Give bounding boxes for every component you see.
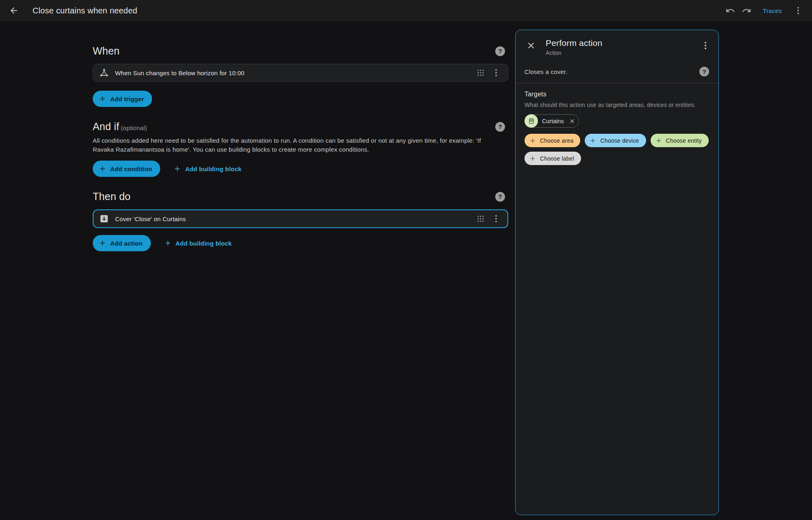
panel-header: Perform action Action bbox=[516, 30, 718, 56]
and-if-heading: And if(optional) bbox=[93, 121, 147, 133]
and-if-section: And if(optional) ? All conditions added … bbox=[93, 121, 508, 177]
plus-icon bbox=[529, 155, 536, 162]
choose-label-label: Choose label bbox=[540, 155, 574, 162]
help-icon[interactable]: ? bbox=[495, 46, 505, 56]
action-row[interactable]: Cover 'Close' on Curtains bbox=[93, 209, 508, 228]
help-icon[interactable]: ? bbox=[699, 67, 709, 76]
plus-icon bbox=[98, 165, 107, 173]
help-icon[interactable]: ? bbox=[495, 192, 505, 202]
arrow-left-icon bbox=[9, 6, 19, 15]
automation-config: When ? When Sun changes to Below horizon… bbox=[93, 21, 508, 251]
plus-icon bbox=[173, 165, 181, 173]
close-panel-button[interactable] bbox=[523, 37, 539, 54]
conditions-description: All conditions added here need to be sat… bbox=[93, 136, 483, 154]
when-heading: When bbox=[93, 45, 120, 57]
panel-subtitle: Action bbox=[546, 50, 697, 56]
condition-buttons: Add condition Add building block bbox=[93, 161, 508, 177]
targets-heading: Targets bbox=[525, 91, 710, 98]
redo-button[interactable] bbox=[738, 2, 755, 19]
traces-button[interactable]: Traces bbox=[757, 4, 788, 17]
add-action-building-block-button[interactable]: Add building block bbox=[158, 235, 238, 251]
add-action-button[interactable]: Add action bbox=[93, 235, 151, 251]
panel-titles: Perform action Action bbox=[546, 37, 697, 56]
targets-section: Targets What should this action use as t… bbox=[516, 83, 718, 165]
add-condition-building-block-button[interactable]: Add building block bbox=[168, 161, 247, 177]
and-if-title: And if bbox=[93, 121, 119, 132]
add-building-block-label: Add building block bbox=[185, 165, 242, 172]
automation-editor: Close curtains when needed Traces When ? bbox=[0, 0, 812, 520]
add-condition-label: Add condition bbox=[110, 165, 152, 172]
plus-icon bbox=[529, 137, 536, 144]
target-chips: Curtains bbox=[525, 114, 710, 128]
choose-entity-label: Choose entity bbox=[666, 137, 702, 144]
kebab-icon bbox=[491, 214, 501, 224]
close-icon bbox=[569, 118, 575, 124]
optional-label: (optional) bbox=[121, 124, 147, 131]
perform-action-panel: Perform action Action Closes a cover. ? … bbox=[515, 30, 719, 515]
panel-title: Perform action bbox=[546, 38, 697, 48]
plus-icon bbox=[98, 95, 107, 103]
and-if-header: And if(optional) ? bbox=[93, 121, 508, 133]
trigger-row[interactable]: When Sun changes to Below horizon for 10… bbox=[93, 64, 508, 82]
drag-handle[interactable] bbox=[473, 211, 488, 226]
back-button[interactable] bbox=[6, 2, 22, 19]
cover-close-icon bbox=[99, 214, 109, 224]
choose-label-button[interactable]: Choose label bbox=[525, 152, 581, 165]
trigger-label: When Sun changes to Below horizon for 10… bbox=[115, 70, 473, 76]
choose-device-button[interactable]: Choose device bbox=[585, 134, 646, 147]
then-do-header: Then do ? bbox=[93, 191, 508, 202]
add-condition-button[interactable]: Add condition bbox=[93, 161, 160, 177]
then-do-section: Then do ? Cover 'Close' on Curtains bbox=[93, 191, 508, 251]
trigger-menu-button[interactable] bbox=[488, 65, 504, 81]
choose-entity-button[interactable]: Choose entity bbox=[651, 134, 709, 147]
undo-icon bbox=[725, 6, 735, 15]
kebab-icon bbox=[793, 6, 803, 15]
action-menu-button[interactable] bbox=[488, 211, 504, 226]
remove-target-button[interactable] bbox=[568, 117, 577, 126]
kebab-icon bbox=[701, 41, 710, 50]
topbar: Close curtains when needed Traces bbox=[0, 0, 812, 21]
action-buttons: Add action Add building block bbox=[93, 235, 508, 251]
overflow-menu-button[interactable] bbox=[790, 2, 806, 19]
plus-icon bbox=[98, 239, 107, 247]
choose-device-label: Choose device bbox=[600, 137, 639, 144]
targets-description: What should this action use as targeted … bbox=[525, 102, 710, 108]
choose-target-buttons: Choose area Choose device Choose entity bbox=[525, 134, 710, 165]
when-section: When ? When Sun changes to Below horizon… bbox=[93, 45, 508, 107]
when-header: When ? bbox=[93, 45, 508, 57]
add-trigger-button[interactable]: Add trigger bbox=[93, 91, 152, 107]
drag-dots-icon bbox=[476, 68, 485, 78]
add-building-block-label: Add building block bbox=[176, 240, 232, 247]
choose-area-button[interactable]: Choose area bbox=[525, 134, 580, 147]
close-icon bbox=[526, 41, 536, 50]
action-label: Cover 'Close' on Curtains bbox=[115, 215, 473, 222]
page-title: Close curtains when needed bbox=[33, 6, 137, 15]
plus-icon bbox=[164, 239, 172, 247]
help-icon[interactable]: ? bbox=[495, 122, 505, 132]
then-do-heading: Then do bbox=[93, 191, 131, 202]
action-description: Closes a cover. bbox=[525, 68, 568, 75]
target-chip-label: Curtains bbox=[542, 118, 564, 124]
kebab-icon bbox=[491, 68, 501, 78]
plus-icon bbox=[589, 137, 596, 144]
action-description-row: Closes a cover. ? bbox=[516, 56, 718, 83]
drag-dots-icon bbox=[476, 214, 485, 224]
plus-icon bbox=[655, 137, 662, 144]
choose-area-label: Choose area bbox=[540, 137, 573, 144]
undo-button[interactable] bbox=[722, 2, 738, 19]
state-trigger-icon bbox=[99, 68, 109, 78]
add-trigger-label: Add trigger bbox=[110, 96, 144, 102]
roller-shade-icon bbox=[525, 114, 538, 128]
redo-icon bbox=[742, 6, 751, 15]
panel-menu-button[interactable] bbox=[697, 37, 714, 54]
add-action-label: Add action bbox=[110, 240, 143, 247]
drag-handle[interactable] bbox=[473, 65, 488, 81]
target-chip-curtains[interactable]: Curtains bbox=[525, 114, 579, 128]
